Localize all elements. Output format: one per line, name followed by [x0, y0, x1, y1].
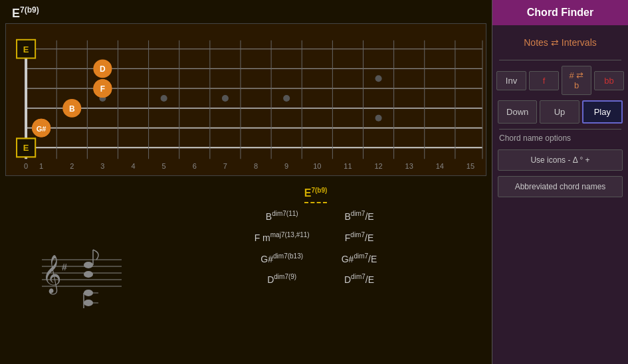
svg-text:6: 6 [193, 162, 197, 170]
chord-list-title: E7(b9) [304, 187, 328, 203]
right-panel: Chord Finder Notes ⇄ Intervals Inv f # ⇄… [492, 0, 628, 364]
svg-text:𝄞: 𝄞 [42, 255, 62, 295]
chord-name-options-label: Chord name options [492, 130, 628, 147]
play-button[interactable]: Play [582, 100, 623, 124]
svg-text:4: 4 [131, 162, 135, 170]
chord-item-gsharp-dim7b13[interactable]: G#dim7(b13) [252, 251, 312, 266]
svg-text:#: # [62, 262, 67, 272]
svg-text:3: 3 [100, 162, 104, 170]
svg-text:0: 0 [24, 162, 28, 170]
chord-item-ddim79[interactable]: Ddim7(9) [252, 272, 312, 286]
abbreviated-chord-names-button[interactable]: Abbreviated chord names [498, 176, 623, 197]
chord-right-column: Bdim7/E Fdim7/E G#dim7/E Ddim7/E [339, 209, 380, 286]
svg-text:10: 10 [313, 162, 321, 170]
svg-text:D: D [100, 64, 106, 74]
chord-columns: Bdim7(11) F mmaj7(13,#11) G#dim7(b13) Dd… [150, 209, 481, 286]
nav-row: Down Up Play [492, 100, 628, 129]
bb-button[interactable]: bb [594, 71, 624, 90]
intervals-label: Intervals [562, 37, 597, 48]
chord-item-fdim7-e[interactable]: Fdim7/E [339, 230, 380, 244]
notes-label: Notes [524, 37, 548, 48]
chord-item-gsharp-dim7-e[interactable]: G#dim7/E [339, 251, 380, 266]
f-button[interactable]: f [529, 71, 559, 90]
chord-item-ddim7-e[interactable]: Ddim7/E [339, 272, 380, 286]
svg-text:E: E [23, 45, 29, 54]
controls-row: Inv f # ⇄ b bb [492, 60, 628, 100]
svg-text:E: E [23, 143, 29, 153]
svg-point-24 [161, 95, 167, 102]
fretboard-svg: 0 1 2 3 4 5 6 7 8 9 10 11 12 13 14 15 [6, 24, 486, 175]
sharp-b-button[interactable]: # ⇄ b [562, 66, 591, 95]
svg-text:5: 5 [162, 162, 166, 170]
chord-item-bdim7-e[interactable]: Bdim7/E [339, 209, 380, 223]
svg-point-27 [375, 75, 382, 82]
chord-left-column: Bdim7(11) F mmaj7(13,#11) G#dim7(b13) Dd… [252, 209, 312, 286]
svg-point-25 [222, 95, 229, 102]
sheet-music-area: 𝄞 # [5, 181, 145, 364]
use-icons-button[interactable]: Use icons - Δ ° + [498, 149, 623, 171]
svg-text:9: 9 [284, 162, 288, 170]
svg-text:1: 1 [39, 162, 43, 170]
chord-item-bdim7-11[interactable]: Bdim7(11) [252, 209, 312, 223]
svg-text:14: 14 [436, 162, 444, 170]
chord-title-sup: 7(b9) [20, 5, 39, 15]
down-button[interactable]: Down [498, 100, 537, 124]
up-button[interactable]: Up [540, 100, 579, 124]
chord-list-area: E7(b9) Bdim7(11) F mmaj7(13,#11) G#dim7(… [145, 181, 486, 364]
chord-finder-header: Chord Finder [492, 0, 628, 25]
svg-point-28 [375, 115, 382, 122]
fretboard: 0 1 2 3 4 5 6 7 8 9 10 11 12 13 14 15 [5, 23, 486, 176]
chord-title: E7(b9) [5, 5, 486, 21]
svg-text:2: 2 [70, 162, 74, 170]
svg-text:G#: G# [37, 125, 47, 133]
svg-text:15: 15 [467, 162, 474, 170]
svg-text:12: 12 [374, 162, 382, 170]
svg-text:8: 8 [254, 162, 258, 170]
inv-button[interactable]: Inv [496, 71, 526, 90]
chord-item-fmmaj7[interactable]: F mmaj7(13,#11) [252, 230, 312, 244]
svg-text:F: F [100, 84, 105, 94]
svg-point-72 [84, 271, 93, 278]
svg-point-26 [283, 95, 290, 102]
notes-intervals-toggle[interactable]: Notes ⇄ Intervals [499, 32, 621, 53]
svg-text:B: B [69, 104, 75, 114]
svg-text:11: 11 [344, 162, 352, 170]
svg-text:13: 13 [405, 162, 413, 170]
left-panel: E7(b9) [0, 0, 492, 364]
svg-point-70 [84, 262, 93, 268]
svg-rect-0 [6, 24, 486, 175]
sheet-music-svg: 𝄞 # [22, 233, 128, 313]
svg-text:7: 7 [223, 162, 227, 170]
chord-finder-label: Chord Finder [527, 7, 593, 18]
bottom-area: 𝄞 # [5, 181, 486, 364]
toggle-icon: ⇄ [551, 37, 559, 48]
